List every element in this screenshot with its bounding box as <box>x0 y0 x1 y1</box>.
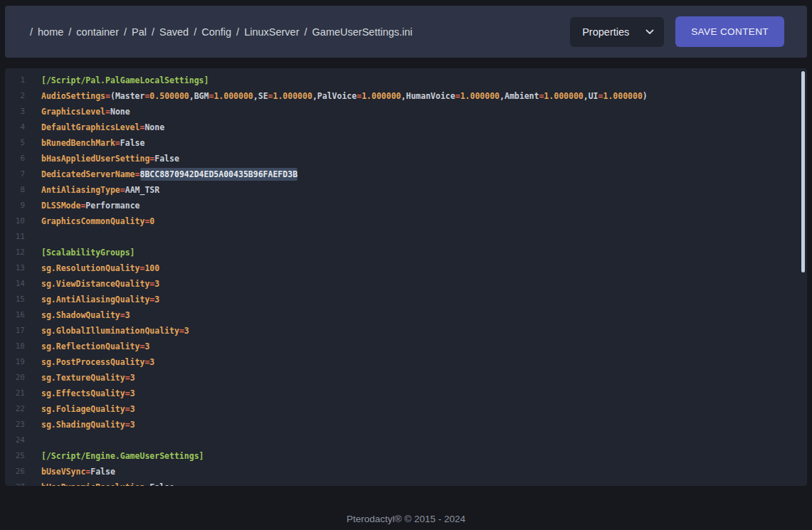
code-token: bHasAppliedUserSetting <box>41 154 149 164</box>
code-token: sg.ShadingQuality <box>41 420 125 430</box>
breadcrumb-separator: / <box>305 26 307 38</box>
code-text: bUseVSync=False <box>25 464 115 479</box>
chevron-down-icon <box>645 29 654 35</box>
code-token: = <box>125 420 130 430</box>
code-token: 3 <box>154 295 159 304</box>
code-text: sg.AntiAliasingQuality=3 <box>25 292 159 307</box>
code-text: bUseDynamicResolution=False <box>25 479 174 486</box>
line-number: 24 <box>5 433 25 448</box>
line-number: 1 <box>5 73 25 88</box>
code-token: 3 <box>130 420 135 430</box>
code-token: bRunedBenchMark <box>41 138 115 148</box>
code-line: 5bRunedBenchMark=False <box>5 135 807 151</box>
code-token: DefaultGraphicsLevel <box>41 122 139 132</box>
code-token: bUseVSync <box>41 467 85 477</box>
code-text: sg.FoliageQuality=3 <box>25 401 135 417</box>
code-text: bHasAppliedUserSetting=False <box>25 151 179 166</box>
code-token: 3 <box>144 341 149 351</box>
code-token: DedicatedServerName <box>41 169 135 179</box>
breadcrumb-segment[interactable]: Config <box>201 26 231 38</box>
line-number: 21 <box>5 386 25 401</box>
code-text: AudioSettings=(Master=0.500000,BGM=1.000… <box>25 88 648 104</box>
code-token: AAM_TSR <box>125 185 159 195</box>
code-token: GraphicsLevel <box>41 107 105 117</box>
footer: Pterodactyl® © 2015 - 2024 <box>0 514 812 524</box>
line-number: 9 <box>5 198 25 213</box>
code-token: = <box>105 107 110 117</box>
code-line: 16sg.ShadowQuality=3 <box>5 307 807 323</box>
line-number: 20 <box>5 370 25 386</box>
code-line: 9DLSSMode=Performance <box>5 198 807 213</box>
code-line: 25[/Script/Engine.GameUserSettings] <box>5 448 807 464</box>
line-number: 7 <box>5 166 25 182</box>
breadcrumb-separator: / <box>68 26 71 38</box>
save-content-button[interactable]: SAVE CONTENT <box>675 16 784 47</box>
code-line: 3GraphicsLevel=None <box>5 104 807 120</box>
line-number: 6 <box>5 151 25 166</box>
code-line: 18sg.ReflectionQuality=3 <box>5 339 807 354</box>
code-token: 1.000000 <box>273 91 312 101</box>
file-editor[interactable]: 1[/Script/Pal.PalGameLocalSettings]2Audi… <box>5 68 807 486</box>
breadcrumb-file-name: GameUserSettings.ini <box>312 26 413 38</box>
code-token: 1.000000 <box>544 91 583 101</box>
code-token: False <box>90 467 115 477</box>
editor-scrollbar[interactable] <box>801 71 805 272</box>
breadcrumb-segment[interactable]: Pal <box>132 26 147 38</box>
code-line: 4DefaultGraphicsLevel=None <box>5 120 807 135</box>
code-line: 17sg.GlobalIlluminationQuality=3 <box>5 323 807 339</box>
breadcrumb-segment[interactable]: Saved <box>159 26 189 38</box>
code-text: sg.ShadingQuality=3 <box>25 417 135 433</box>
breadcrumb-separator: / <box>30 26 33 38</box>
code-line: 19sg.PostProcessQuality=3 <box>5 354 807 370</box>
code-token: ,PalVoice <box>312 91 357 101</box>
code-text: AntiAliasingType=AAM_TSR <box>25 182 159 198</box>
line-number: 17 <box>5 323 25 339</box>
code-text <box>25 433 41 448</box>
code-token: = <box>125 373 130 383</box>
code-token: = <box>455 91 460 101</box>
code-token: = <box>268 91 273 101</box>
code-text: GraphicsCommonQuality=0 <box>25 213 154 229</box>
code-line: 8AntiAliasingType=AAM_TSR <box>5 182 807 198</box>
code-token: 3 <box>130 388 135 398</box>
code-token: sg.ShadowQuality <box>41 310 120 320</box>
code-token: ,UI <box>584 91 599 101</box>
breadcrumb-segment[interactable]: LinuxServer <box>244 26 299 38</box>
code-token: 1.000000 <box>362 91 401 101</box>
line-number: 19 <box>5 354 25 370</box>
code-text: [/Script/Pal.PalGameLocalSettings] <box>25 73 209 88</box>
code-token: = <box>179 326 184 336</box>
code-token: sg.ResolutionQuality <box>41 263 139 273</box>
code-token: ,BGM <box>189 91 209 101</box>
code-token: 1.000000 <box>603 91 642 101</box>
code-token: sg.GlobalIlluminationQuality <box>41 326 179 336</box>
code-token: None <box>144 122 164 132</box>
code-token: 1.000000 <box>460 91 500 101</box>
code-text: sg.ResolutionQuality=100 <box>25 260 159 276</box>
code-token: = <box>105 91 110 101</box>
code-token: 0.500000 <box>149 91 189 101</box>
copyright-text: Pterodactyl® © 2015 - 2024 <box>347 514 465 524</box>
code-line: 11 <box>5 229 807 245</box>
code-token: False <box>154 154 179 164</box>
breadcrumb-segment[interactable]: container <box>76 26 119 38</box>
line-number: 27 <box>5 479 25 486</box>
properties-select[interactable]: Properties <box>570 17 664 47</box>
line-number: 5 <box>5 135 25 151</box>
code-text: [ScalabilityGroups] <box>25 245 135 260</box>
code-token: ,SE <box>253 91 268 101</box>
code-lines: 1[/Script/Pal.PalGameLocalSettings]2Audi… <box>5 73 807 486</box>
code-line: 22sg.FoliageQuality=3 <box>5 401 807 417</box>
code-token: 3 <box>149 357 154 367</box>
line-number: 15 <box>5 292 25 307</box>
code-token: 3 <box>130 404 135 414</box>
code-line: 6bHasAppliedUserSetting=False <box>5 151 807 166</box>
code-token: 3 <box>154 279 159 289</box>
code-token: = <box>125 388 130 398</box>
code-token: [/Script/Pal.PalGameLocalSettings] <box>41 75 209 85</box>
code-text: sg.EffectsQuality=3 <box>25 386 135 401</box>
breadcrumb-segment[interactable]: home <box>38 26 63 38</box>
code-token: GraphicsCommonQuality <box>41 216 144 226</box>
line-number: 8 <box>5 182 25 198</box>
line-number: 23 <box>5 417 25 433</box>
